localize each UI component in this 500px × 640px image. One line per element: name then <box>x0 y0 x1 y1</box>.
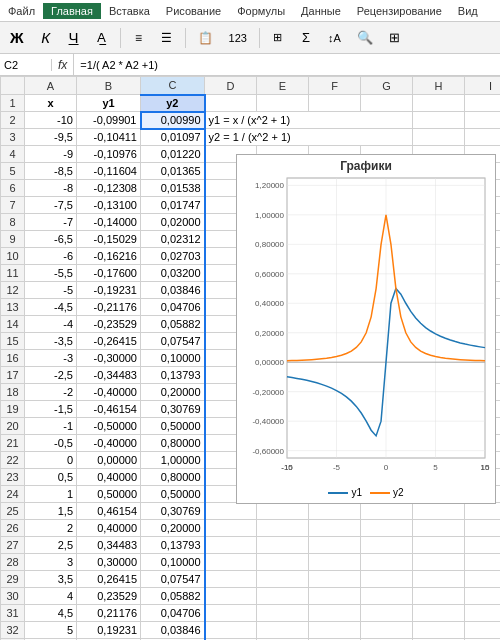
cell-empty[interactable] <box>257 537 309 554</box>
cell-c25[interactable]: 0,30769 <box>141 503 205 520</box>
cell-empty[interactable] <box>413 554 465 571</box>
cell-c24[interactable]: 0,50000 <box>141 486 205 503</box>
cell-empty[interactable] <box>465 112 501 129</box>
cell-b25[interactable]: 0,46154 <box>77 503 141 520</box>
cell-empty[interactable] <box>257 95 309 112</box>
col-header-b[interactable]: B <box>77 77 141 95</box>
cell-b15[interactable]: -0,26415 <box>77 333 141 350</box>
menu-review[interactable]: Рецензирование <box>349 3 450 19</box>
cell-b8[interactable]: -0,14000 <box>77 214 141 231</box>
cell-a2[interactable]: -10 <box>25 112 77 129</box>
cell-a18[interactable]: -2 <box>25 384 77 401</box>
cell-c11[interactable]: 0,03200 <box>141 265 205 282</box>
cell-empty[interactable] <box>465 571 501 588</box>
cell-empty[interactable] <box>257 588 309 605</box>
cell-empty[interactable] <box>413 503 465 520</box>
cell-empty[interactable] <box>361 622 413 639</box>
cell-c9[interactable]: 0,02312 <box>141 231 205 248</box>
formula-input[interactable]: =1/( A2 * A2 +1) <box>74 59 500 71</box>
cell-c8[interactable]: 0,02000 <box>141 214 205 231</box>
cell-empty[interactable] <box>205 622 257 639</box>
menu-view[interactable]: Вид <box>450 3 486 19</box>
cell-empty[interactable] <box>413 112 465 129</box>
sort-button[interactable]: ↕A <box>322 25 347 51</box>
cell-empty[interactable] <box>309 520 361 537</box>
cell-c6[interactable]: 0,01538 <box>141 180 205 197</box>
cell-empty[interactable] <box>413 129 465 146</box>
cell-a1[interactable]: x <box>25 95 77 112</box>
cell-empty[interactable] <box>361 571 413 588</box>
cell-c28[interactable]: 0,10000 <box>141 554 205 571</box>
col-header-e[interactable]: E <box>257 77 309 95</box>
cell-b7[interactable]: -0,13100 <box>77 197 141 214</box>
cell-b13[interactable]: -0,21176 <box>77 299 141 316</box>
cell-c13[interactable]: 0,04706 <box>141 299 205 316</box>
cell-c3[interactable]: 0,01097 <box>141 129 205 146</box>
cell-a24[interactable]: 1 <box>25 486 77 503</box>
cell-c32[interactable]: 0,03846 <box>141 622 205 639</box>
cell-b9[interactable]: -0,15029 <box>77 231 141 248</box>
cell-b31[interactable]: 0,21176 <box>77 605 141 622</box>
cell-empty[interactable] <box>361 554 413 571</box>
cell-c27[interactable]: 0,13793 <box>141 537 205 554</box>
cell-c23[interactable]: 0,80000 <box>141 469 205 486</box>
cell-empty[interactable] <box>309 503 361 520</box>
cell-a23[interactable]: 0,5 <box>25 469 77 486</box>
cell-b32[interactable]: 0,19231 <box>77 622 141 639</box>
cell-c15[interactable]: 0,07547 <box>141 333 205 350</box>
clipboard-button[interactable]: 📋 <box>192 25 219 51</box>
number-format-button[interactable]: 123 <box>223 25 253 51</box>
cell-empty[interactable] <box>465 520 501 537</box>
cell-c1[interactable]: y2 <box>141 95 205 112</box>
col-header-i[interactable]: I <box>465 77 501 95</box>
cell-c2[interactable]: 0,00990 <box>141 112 205 129</box>
cell-b22[interactable]: 0,00000 <box>77 452 141 469</box>
cell-empty[interactable] <box>309 571 361 588</box>
cell-c22[interactable]: 1,00000 <box>141 452 205 469</box>
cell-c18[interactable]: 0,20000 <box>141 384 205 401</box>
cell-b14[interactable]: -0,23529 <box>77 316 141 333</box>
cell-empty[interactable] <box>257 554 309 571</box>
cell-a29[interactable]: 3,5 <box>25 571 77 588</box>
cell-empty[interactable] <box>205 95 257 112</box>
cell-empty[interactable] <box>465 129 501 146</box>
cell-empty[interactable] <box>413 605 465 622</box>
cell-a10[interactable]: -6 <box>25 248 77 265</box>
cell-c31[interactable]: 0,04706 <box>141 605 205 622</box>
cell-a6[interactable]: -8 <box>25 180 77 197</box>
cell-a30[interactable]: 4 <box>25 588 77 605</box>
cell-a7[interactable]: -7,5 <box>25 197 77 214</box>
cell-b11[interactable]: -0,17600 <box>77 265 141 282</box>
cell-c14[interactable]: 0,05882 <box>141 316 205 333</box>
cell-empty[interactable] <box>309 588 361 605</box>
cell-a19[interactable]: -1,5 <box>25 401 77 418</box>
cell-empty[interactable] <box>205 605 257 622</box>
cell-b12[interactable]: -0,19231 <box>77 282 141 299</box>
cell-c30[interactable]: 0,05882 <box>141 588 205 605</box>
italic-button[interactable]: К <box>34 25 58 51</box>
cell-a17[interactable]: -2,5 <box>25 367 77 384</box>
cell-empty[interactable] <box>465 537 501 554</box>
cell-empty[interactable]: y2 = 1 / (x^2 + 1) <box>205 129 413 146</box>
cell-a26[interactable]: 2 <box>25 520 77 537</box>
cell-empty[interactable] <box>257 605 309 622</box>
cell-empty[interactable] <box>257 571 309 588</box>
cell-b3[interactable]: -0,10411 <box>77 129 141 146</box>
menu-insert[interactable]: Вставка <box>101 3 158 19</box>
cell-a4[interactable]: -9 <box>25 146 77 163</box>
cell-empty[interactable] <box>309 554 361 571</box>
cell-b28[interactable]: 0,30000 <box>77 554 141 571</box>
cell-b6[interactable]: -0,12308 <box>77 180 141 197</box>
cell-b2[interactable]: -0,09901 <box>77 112 141 129</box>
cell-a15[interactable]: -3,5 <box>25 333 77 350</box>
cell-empty[interactable] <box>361 537 413 554</box>
cell-a25[interactable]: 1,5 <box>25 503 77 520</box>
cell-b27[interactable]: 0,34483 <box>77 537 141 554</box>
cell-b24[interactable]: 0,50000 <box>77 486 141 503</box>
cell-a20[interactable]: -1 <box>25 418 77 435</box>
cell-a31[interactable]: 4,5 <box>25 605 77 622</box>
cell-empty[interactable] <box>413 95 465 112</box>
cell-empty[interactable] <box>205 588 257 605</box>
cell-empty[interactable] <box>361 605 413 622</box>
cell-b18[interactable]: -0,40000 <box>77 384 141 401</box>
